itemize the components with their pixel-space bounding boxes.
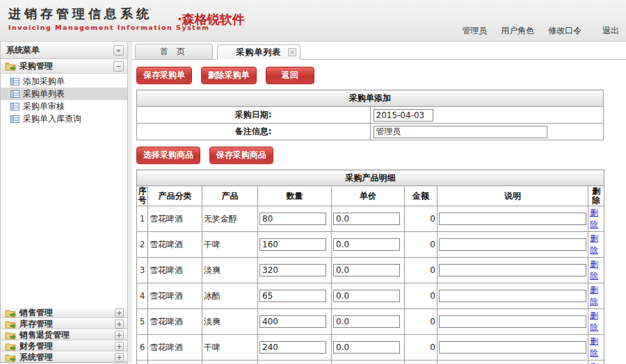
delete-row-link[interactable]: 删除: [590, 259, 598, 281]
sidebar-panel-purchase-header[interactable]: 采购管理 −: [1, 59, 127, 74]
product-cell: 无奖金醇: [202, 206, 258, 232]
product-cell: 干啤: [202, 232, 258, 258]
sidebar-item-purchase-order-audit[interactable]: 采购单审核: [1, 100, 127, 113]
link-user-role[interactable]: 用户角色: [501, 26, 534, 35]
price-input[interactable]: [333, 213, 400, 225]
product-cell: 雪花鲜啤: [202, 361, 258, 364]
sidebar-panel-purchase: 采购管理 − 添加采购单 采购单列表 采购单审核: [1, 59, 127, 128]
amount-cell: 0: [405, 309, 438, 335]
sidebar-panel-sales-returns[interactable]: 销售退货管理 +: [1, 329, 127, 340]
note-input[interactable]: [439, 264, 586, 276]
category-cell: 雪花啤酒: [148, 232, 202, 258]
close-tab-icon[interactable]: ×: [288, 48, 296, 56]
price-input[interactable]: [333, 341, 400, 354]
folder-arrow-icon: [5, 342, 16, 351]
qty-input[interactable]: [259, 341, 326, 354]
delete-row-link[interactable]: 删除: [590, 233, 598, 255]
col-seq: 序号: [137, 186, 148, 206]
save-purchase-order-button[interactable]: 保存采购单: [136, 67, 192, 84]
sidebar-item-add-purchase-order[interactable]: 添加采购单: [1, 75, 127, 88]
category-cell: 雪花啤酒: [148, 258, 202, 283]
col-product: 产品: [202, 186, 258, 206]
sidebar-panel-finance[interactable]: 财务管理 +: [1, 340, 127, 351]
sidebar-panel-sales[interactable]: 销售管理 +: [1, 307, 127, 318]
note-input[interactable]: [439, 290, 586, 302]
sidebar-panel-system[interactable]: 系统管理 +: [1, 351, 127, 363]
expand-panel-icon[interactable]: +: [115, 342, 124, 351]
col-price: 单价: [332, 186, 405, 206]
collapse-panel-icon[interactable]: −: [113, 61, 124, 72]
qty-input[interactable]: [259, 238, 326, 251]
product-toolbar: 选择采购商品 保存采购商品: [136, 147, 626, 164]
note-input[interactable]: [439, 315, 586, 328]
category-cell: 雪花啤酒: [148, 283, 202, 309]
link-current-user[interactable]: 管理员: [463, 26, 488, 35]
sidebar-item-purchase-inbound-query[interactable]: 采购单入库查询: [1, 113, 127, 125]
save-products-button[interactable]: 保存采购商品: [209, 147, 273, 164]
expand-panel-icon[interactable]: +: [115, 320, 124, 329]
tab-home[interactable]: 首 页: [135, 44, 213, 59]
delete-row-link[interactable]: 删除: [590, 285, 598, 306]
seq-cell: 7: [137, 361, 148, 364]
price-input[interactable]: [333, 315, 400, 328]
sidebar-panel-label: 库存管理: [19, 318, 53, 330]
select-products-button[interactable]: 选择采购商品: [136, 147, 200, 164]
note-input[interactable]: [439, 213, 586, 225]
sidebar-panel-inventory[interactable]: 库存管理 +: [1, 318, 127, 329]
purchase-date-input[interactable]: [374, 109, 433, 122]
table-header-row: 序号 产品分类 产品 数量 单价 金额 说明 删除: [137, 186, 604, 206]
list-icon: [10, 115, 19, 123]
seq-cell: 5: [137, 309, 148, 335]
table-row: 5 雪花啤酒 淡爽 0 删除: [137, 309, 604, 335]
sidebar-panel-label: 财务管理: [19, 340, 53, 352]
col-category: 产品分类: [148, 186, 202, 206]
sidebar-item-label: 添加采购单: [23, 76, 65, 88]
product-cell: 冰酷: [202, 283, 258, 309]
tab-content: 保存采购单 删除采购单 返回 采购单添加 采购日期: 备注信息: 选择采购商品 …: [132, 60, 626, 364]
delete-purchase-order-button[interactable]: 删除采购单: [201, 67, 257, 84]
note-input[interactable]: [439, 238, 586, 251]
note-input[interactable]: [439, 341, 586, 354]
back-button[interactable]: 返回: [266, 67, 314, 84]
expand-panel-icon[interactable]: +: [115, 353, 124, 362]
delete-row-link[interactable]: 删除: [590, 208, 598, 229]
col-note: 说明: [438, 186, 588, 206]
tab-label: 采购单列表: [236, 45, 282, 60]
sidebar-item-label: 采购单列表: [23, 88, 65, 100]
list-icon: [10, 78, 19, 85]
seq-cell: 3: [137, 258, 148, 283]
table-title: 采购产品明细: [137, 170, 604, 186]
amount-cell: 0: [405, 283, 438, 309]
qty-input[interactable]: [259, 315, 326, 328]
price-input[interactable]: [333, 290, 400, 302]
order-toolbar: 保存采购单 删除采购单 返回: [136, 67, 626, 84]
delete-row-link[interactable]: 删除: [590, 336, 598, 358]
sidebar-item-label: 采购单入库查询: [23, 113, 81, 125]
price-input[interactable]: [333, 264, 400, 276]
sidebar-item-purchase-order-list[interactable]: 采购单列表: [1, 88, 127, 100]
price-input[interactable]: [333, 238, 400, 251]
link-change-password[interactable]: 修改口令: [548, 26, 581, 35]
qty-input[interactable]: [259, 290, 326, 302]
qty-input[interactable]: [259, 213, 326, 225]
collapse-sidebar-button[interactable]: «: [113, 45, 124, 56]
expand-panel-icon[interactable]: +: [115, 331, 124, 340]
link-logout[interactable]: 退出: [602, 26, 619, 35]
category-cell: 雪花啤酒: [148, 206, 202, 232]
sidebar-panel-label: 系统管理: [19, 351, 53, 363]
seq-cell: 2: [137, 232, 148, 258]
table-row: 4 雪花啤酒 冰酷 0 删除: [137, 283, 604, 309]
expand-panel-icon[interactable]: +: [115, 308, 124, 317]
delete-row-link[interactable]: 删除: [590, 311, 598, 332]
list-icon: [10, 103, 19, 110]
folder-arrow-icon: [5, 320, 16, 329]
seq-cell: 1: [137, 206, 148, 232]
list-icon: [10, 90, 19, 98]
qty-input[interactable]: [259, 264, 326, 276]
remark-input[interactable]: [374, 126, 547, 138]
sidebar-item-list: 添加采购单 采购单列表 采购单审核 采购单入库查询: [1, 74, 127, 128]
tab-purchase-order-list[interactable]: 采购单列表 ×: [217, 44, 300, 60]
brand-name: ·森格锐软件: [177, 11, 245, 28]
sidebar-panel-label: 采购管理: [19, 60, 53, 72]
category-cell: 雪花啤酒: [148, 335, 202, 361]
